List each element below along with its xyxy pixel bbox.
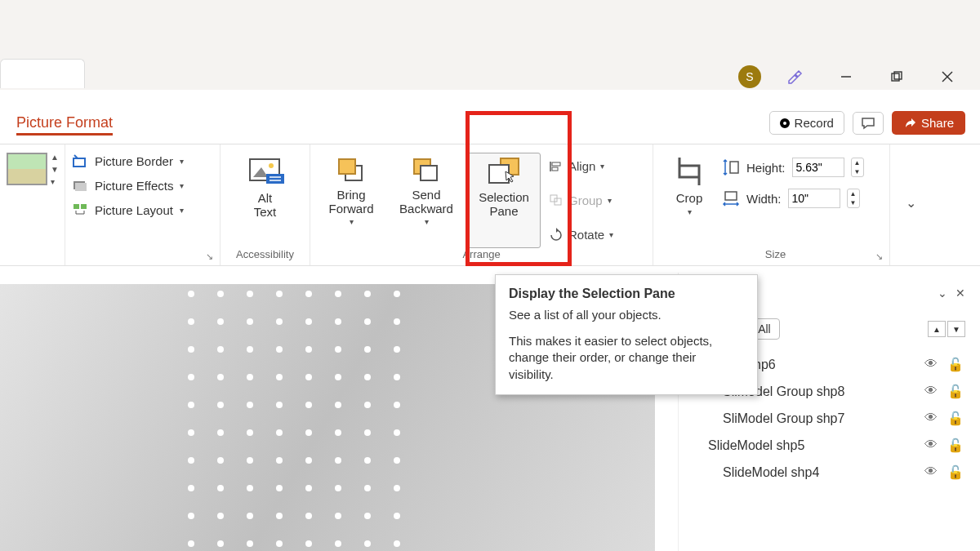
picture-effects-icon: [72, 177, 88, 193]
comments-button[interactable]: [853, 112, 884, 135]
pane-options-button[interactable]: ⌄: [938, 287, 947, 300]
record-button[interactable]: Record: [769, 111, 844, 135]
rotate-icon: [549, 228, 564, 241]
record-icon: [780, 118, 790, 128]
selection-pane-label: Selection Pane: [479, 191, 529, 218]
coming-soon-icon[interactable]: [779, 65, 812, 88]
crop-icon: [673, 156, 706, 187]
visibility-icon[interactable]: 👁: [924, 438, 938, 453]
maximize-button[interactable]: [880, 65, 913, 88]
svg-rect-7: [75, 183, 87, 191]
tooltip: Display the Selection Pane See a list of…: [495, 274, 758, 395]
chevron-down-icon: ▾: [350, 217, 354, 226]
close-button[interactable]: [931, 65, 964, 88]
avatar-letter: S: [746, 70, 753, 83]
svg-rect-27: [730, 162, 738, 173]
height-input[interactable]: [792, 158, 844, 177]
alt-text-icon: [247, 156, 284, 187]
gallery-more[interactable]: ▾: [51, 177, 59, 186]
send-backward-button[interactable]: Send Backward ▾: [389, 153, 464, 248]
list-item[interactable]: SlideModel shp4👁🔓: [693, 459, 965, 486]
share-button[interactable]: Share: [892, 111, 965, 135]
size-group-label: Size: [668, 248, 883, 262]
svg-rect-8: [74, 204, 79, 209]
lock-icon[interactable]: 🔓: [947, 464, 964, 480]
lock-icon[interactable]: 🔓: [947, 384, 964, 399]
record-label: Record: [795, 116, 834, 130]
lock-icon[interactable]: 🔓: [947, 438, 964, 453]
gallery-up[interactable]: ▲: [51, 153, 59, 162]
tooltip-title: Display the Selection Pane: [509, 287, 744, 301]
dialog-launcher-icon[interactable]: ↘: [873, 251, 884, 262]
reorder-down-button[interactable]: ▼: [947, 321, 965, 337]
list-item[interactable]: SliModel Group shp7👁🔓: [693, 405, 965, 432]
picture-style-preset[interactable]: [7, 153, 47, 185]
height-label: Height:: [746, 161, 786, 175]
gallery-down[interactable]: ▼: [51, 165, 59, 174]
rotate-label: Rotate: [568, 228, 604, 242]
picture-effects-button[interactable]: Picture Effects ▾: [72, 177, 213, 193]
align-label: Align: [568, 159, 595, 173]
width-spinner[interactable]: ▲▼: [847, 189, 860, 208]
object-name: SlideModel shp4: [723, 465, 924, 480]
accessibility-group-label: Accessibility: [227, 248, 303, 262]
height-spinner[interactable]: ▲▼: [851, 158, 864, 177]
file-tab-stub[interactable]: [0, 59, 85, 88]
arrange-group: Bring Forward ▾ Send Backward ▾ Selectio…: [310, 144, 653, 265]
share-icon: [903, 117, 916, 130]
tooltip-body: This makes it easier to select objects, …: [509, 333, 744, 383]
width-label: Width:: [746, 192, 782, 206]
visibility-icon[interactable]: 👁: [924, 464, 938, 480]
user-avatar[interactable]: S: [738, 65, 761, 88]
svg-rect-19: [421, 166, 437, 180]
tab-picture-format[interactable]: Picture Format: [16, 114, 113, 136]
svg-rect-13: [266, 174, 284, 184]
svg-rect-5: [74, 158, 85, 167]
reorder-up-button[interactable]: ▲: [928, 321, 946, 337]
visibility-icon[interactable]: 👁: [924, 411, 938, 426]
picture-layout-icon: [72, 202, 88, 218]
height-icon: [722, 158, 740, 176]
chevron-down-icon: ▾: [608, 196, 612, 205]
visibility-icon[interactable]: 👁: [924, 384, 938, 399]
group-button: Group ▾: [549, 193, 613, 207]
chevron-down-icon: ▾: [425, 217, 429, 226]
selection-pane-icon: [486, 157, 522, 186]
svg-rect-23: [552, 162, 560, 166]
picture-layout-label: Picture Layout: [95, 203, 173, 217]
svg-rect-24: [552, 167, 558, 171]
collapse-ribbon-button[interactable]: ⌄: [906, 195, 916, 220]
arrange-group-label: Arrange: [317, 248, 646, 262]
align-icon: [549, 160, 564, 173]
lock-icon[interactable]: 🔓: [947, 357, 964, 372]
list-item[interactable]: SlideModel shp5👁🔓: [693, 432, 965, 459]
tooltip-subtitle: See a list of all your objects.: [509, 308, 744, 322]
send-backward-label: Send Backward: [399, 189, 453, 216]
crop-button[interactable]: Crop ▾: [668, 153, 710, 220]
chevron-down-icon: ▾: [180, 181, 184, 190]
comment-icon: [861, 117, 875, 130]
svg-rect-28: [725, 192, 737, 200]
alt-text-button[interactable]: Alt Text: [227, 153, 303, 222]
width-input[interactable]: [788, 189, 840, 208]
selection-pane-button[interactable]: Selection Pane: [467, 153, 541, 248]
dialog-launcher-icon[interactable]: ↘: [203, 251, 215, 262]
alt-text-label: Alt Text: [254, 192, 277, 219]
picture-layout-button[interactable]: Picture Layout ▾: [72, 202, 213, 218]
object-name: SliModel Group shp7: [723, 411, 924, 426]
crop-label: Crop: [676, 192, 703, 206]
visibility-icon[interactable]: 👁: [924, 357, 938, 372]
pane-close-button[interactable]: ✕: [956, 287, 965, 300]
rotate-button[interactable]: Rotate ▾: [549, 228, 613, 242]
bring-forward-button[interactable]: Bring Forward ▾: [317, 153, 385, 248]
picture-styles-group: ▲ ▼ ▾: [0, 144, 65, 265]
chevron-down-icon: ▾: [600, 162, 604, 171]
svg-point-12: [269, 163, 274, 168]
slide-image-dots: [188, 291, 433, 551]
picture-adjust-group: Picture Border ▾ Picture Effects ▾ Pictu…: [65, 144, 220, 265]
minimize-button[interactable]: [830, 65, 862, 88]
chevron-down-icon: ▾: [609, 230, 613, 239]
lock-icon[interactable]: 🔓: [947, 411, 964, 426]
align-button[interactable]: Align ▾: [549, 159, 613, 173]
picture-border-button[interactable]: Picture Border ▾: [72, 153, 213, 169]
